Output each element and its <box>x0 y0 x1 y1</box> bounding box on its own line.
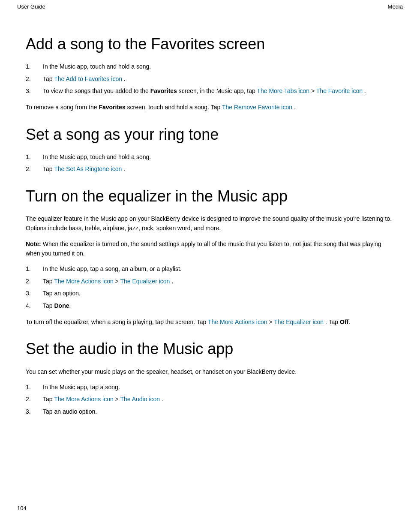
list-item: 4. Tap Done. <box>26 301 394 310</box>
bold-text: Done <box>54 302 69 309</box>
section3-intro: The equalizer feature in the Music app o… <box>26 214 394 233</box>
section2-title: Set a song as your ring tone <box>26 125 394 144</box>
step-number: 3. <box>26 407 43 416</box>
section4-steps: 1. In the Music app, tap a song. 2. Tap … <box>26 382 394 416</box>
section3-title: Turn on the equalizer in the Music app <box>26 187 394 205</box>
step-text: Tap an option. <box>43 289 394 298</box>
step-number: 2. <box>26 277 43 286</box>
step-number: 1. <box>26 264 43 274</box>
remove-para: To remove a song from the Favorites scre… <box>26 102 394 112</box>
step-text: Tap The Set As Ringtone icon . <box>43 164 394 174</box>
step-number: 2. <box>26 74 43 84</box>
bold-text: Favorites <box>150 87 177 94</box>
step-number: 2. <box>26 394 43 404</box>
section2-steps: 1. In the Music app, touch and hold a so… <box>26 152 394 174</box>
list-item: 1. In the Music app, touch and hold a so… <box>26 62 394 71</box>
list-item: 2. Tap The More Actions icon > The Audio… <box>26 394 394 404</box>
highlight-text: The Add to Favorites icon <box>54 75 122 82</box>
list-item: 1. In the Music app, tap a song. <box>26 382 394 392</box>
highlight-text: The More Actions icon <box>54 396 114 403</box>
header-left: User Guide <box>17 3 45 10</box>
step-number: 1. <box>26 152 43 162</box>
step-text: In the Music app, tap a song, an album, … <box>43 264 394 274</box>
step-number: 3. <box>26 289 43 298</box>
bold-text: Favorites <box>99 104 125 111</box>
list-item: 3. To view the songs that you added to t… <box>26 86 394 96</box>
step-text: In the Music app, touch and hold a song. <box>43 62 394 71</box>
highlight-text: The Equalizer icon <box>120 278 170 285</box>
highlight-text: The Audio icon <box>120 396 160 403</box>
page-number: 104 <box>17 505 27 511</box>
step-number: 2. <box>26 164 43 174</box>
highlight-text: The Favorite icon <box>316 87 363 94</box>
step-number: 4. <box>26 301 43 310</box>
highlight-text: The More Actions icon <box>54 278 114 285</box>
highlight-text: The More Actions icon <box>208 319 267 325</box>
step-text: In the Music app, tap a song. <box>43 382 394 392</box>
highlight-text: The Remove Favorite icon <box>222 104 292 111</box>
step-text: Tap an audio option. <box>43 407 394 416</box>
page-footer: 104 <box>17 505 27 511</box>
highlight-text: The Equalizer icon <box>274 319 324 325</box>
header-right: Media <box>388 3 403 10</box>
step-text: To view the songs that you added to the … <box>43 86 394 96</box>
step-text: Tap The Add to Favorites icon . <box>43 74 394 84</box>
list-item: 1. In the Music app, touch and hold a so… <box>26 152 394 162</box>
section3-turnoff: To turn off the equalizer, when a song i… <box>26 317 394 327</box>
bold-text: Off <box>340 319 348 325</box>
list-item: 2. Tap The Add to Favorites icon . <box>26 74 394 84</box>
section3-steps: 1. In the Music app, tap a song, an albu… <box>26 264 394 310</box>
step-text: Tap The More Actions icon > The Audio ic… <box>43 394 394 404</box>
highlight-text: The More Tabs icon <box>257 87 309 94</box>
page-content: Add a song to the Favorites screen 1. In… <box>0 13 420 440</box>
section3-note: Note: When the equalizer is turned on, t… <box>26 239 394 258</box>
list-item: 2. Tap The Set As Ringtone icon . <box>26 164 394 174</box>
step-number: 3. <box>26 86 43 96</box>
list-item: 1. In the Music app, tap a song, an albu… <box>26 264 394 274</box>
step-text: Tap Done. <box>43 301 394 310</box>
section4-intro: You can set whether your music plays on … <box>26 367 394 376</box>
step-text: In the Music app, touch and hold a song. <box>43 152 394 162</box>
step-text: Tap The More Actions icon > The Equalize… <box>43 277 394 286</box>
list-item: 3. Tap an option. <box>26 289 394 298</box>
section1-title: Add a song to the Favorites screen <box>26 35 394 53</box>
section4-title: Set the audio in the Music app <box>26 340 394 358</box>
highlight-text: The Set As Ringtone icon <box>54 165 122 172</box>
step-number: 1. <box>26 62 43 71</box>
list-item: 3. Tap an audio option. <box>26 407 394 416</box>
note-text: When the equalizer is turned on, the sou… <box>26 240 381 257</box>
list-item: 2. Tap The More Actions icon > The Equal… <box>26 277 394 286</box>
page-header: User Guide Media <box>0 0 420 13</box>
section1-steps: 1. In the Music app, touch and hold a so… <box>26 62 394 96</box>
step-number: 1. <box>26 382 43 392</box>
note-bold: Note: <box>26 240 41 247</box>
